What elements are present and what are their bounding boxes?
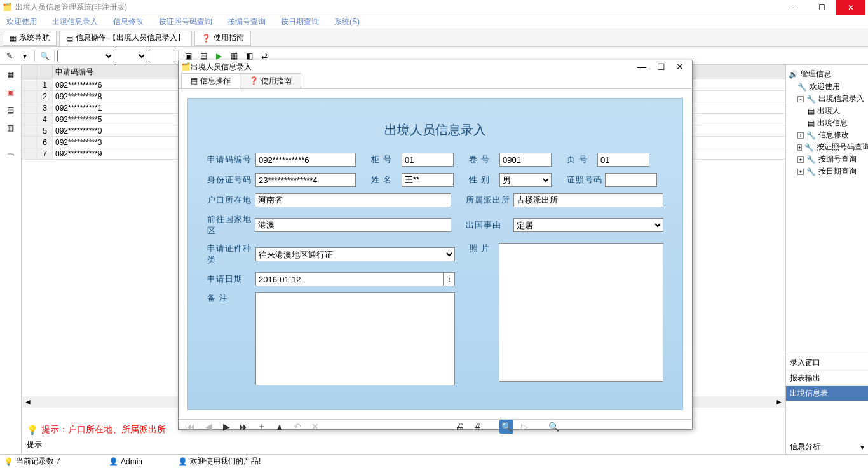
cancel-button[interactable]: ✕ (308, 420, 322, 434)
statusbar: 💡当前记录数 7 👤Admin 👤欢迎使用我们的产品! (0, 454, 868, 468)
chevron-down-icon: ▾ (860, 443, 864, 451)
select-gender[interactable]: 男 (499, 173, 552, 187)
textarea-remark[interactable] (255, 292, 455, 385)
print2-button[interactable]: 🖨 (470, 420, 484, 434)
dialog-minimize[interactable]: — (632, 60, 651, 73)
play-button[interactable]: ▷ (517, 420, 531, 434)
maximize-button[interactable]: ☐ (807, 0, 836, 15)
tab-info-label: 信息操作-【出境人员信息录入】 (76, 32, 185, 43)
tree-root[interactable]: 管理信息 (801, 69, 831, 79)
input-dest[interactable] (255, 218, 451, 232)
tree-entry-c2[interactable]: 出境信息 (817, 118, 848, 128)
input-passport[interactable] (605, 173, 657, 187)
label-gender: 性 别 (469, 174, 499, 186)
print-button[interactable]: 🖨 (452, 420, 466, 434)
bulb-icon: 💡 (27, 425, 37, 435)
left-tool-1[interactable]: ▦ (4, 67, 18, 81)
dialog-maximize[interactable]: ☐ (651, 60, 670, 73)
dtab-info[interactable]: ▤信息操作 (181, 73, 240, 88)
close-button[interactable]: ✕ (836, 0, 865, 15)
nav-first[interactable]: ⏮ (184, 420, 198, 434)
label-page: 页 号 (567, 154, 597, 165)
filter-input[interactable] (149, 50, 175, 62)
undo-button[interactable]: ↶ (290, 420, 304, 434)
tree-modify[interactable]: 信息修改 (818, 130, 849, 141)
tab-system-nav[interactable]: ▦ 系统导航 (3, 31, 57, 46)
up-button[interactable]: ▲ (273, 420, 287, 434)
collapse-icon[interactable]: - (797, 96, 804, 102)
hint-label: 提示 (27, 439, 42, 450)
tree-qdate[interactable]: 按日期查询 (818, 166, 857, 177)
left-tool-5[interactable]: ▭ (4, 148, 18, 162)
label-dest: 前往国家地区 (207, 214, 255, 237)
menu-entry[interactable]: 出境信息录入 (48, 15, 102, 29)
left-tool-3[interactable]: ▤ (4, 103, 18, 117)
nav-next[interactable]: ▶ (219, 420, 233, 434)
menu-modify[interactable]: 信息修改 (109, 15, 147, 29)
expand-icon[interactable]: + (797, 156, 804, 163)
select-reason[interactable]: 定居 (513, 218, 663, 232)
input-appcode[interactable] (255, 153, 356, 167)
select-doctype[interactable]: 往来港澳地区通行证 (255, 247, 455, 261)
tree-qcode[interactable]: 按编号查询 (818, 154, 857, 165)
status-welcome: 欢迎使用我们的产品! (190, 456, 261, 467)
menubar: 欢迎使用 出境信息录入 信息修改 按证照号码查询 按编号查询 按日期查询 系统(… (0, 15, 868, 29)
tree-entry[interactable]: 出境信息录入 (818, 93, 864, 104)
wrench-icon: 🔧 (806, 167, 816, 176)
menu-query-passport[interactable]: 按证照号码查询 (155, 15, 216, 29)
wrench-icon: 🔧 (797, 83, 807, 92)
expand-icon[interactable]: + (797, 169, 804, 175)
edit-dropdown[interactable]: ▾ (18, 49, 32, 63)
hint-text: 提示：户口所在地、所属派出所 (41, 424, 166, 436)
edit-button[interactable]: ✎ (3, 49, 17, 63)
menu-system[interactable]: 系统(S) (330, 15, 363, 29)
label-name: 姓 名 (371, 174, 402, 186)
rlist-info-table[interactable]: 出境信息表 (786, 386, 868, 401)
form-title: 出境人员信息录入 (207, 121, 663, 139)
input-cabinet[interactable] (402, 153, 454, 167)
dtab-guide[interactable]: ❓使用指南 (240, 73, 301, 88)
tree-welcome[interactable]: 欢迎使用 (810, 81, 840, 92)
status-records: 当前记录数 7 (16, 456, 60, 467)
tab-guide[interactable]: ❓ 使用指南 (194, 31, 251, 46)
input-hukou[interactable] (255, 193, 451, 207)
label-reason: 出国事由 (466, 219, 513, 231)
tree-entry-c1[interactable]: 出境人 (817, 106, 840, 116)
nav-last[interactable]: ⏭ (237, 420, 251, 434)
date-stepper[interactable]: ⁞ (444, 272, 455, 286)
menu-query-date[interactable]: 按日期查询 (277, 15, 323, 29)
label-hukou: 户口所在地 (207, 195, 255, 206)
zoom-button[interactable]: 🔍 (546, 420, 560, 434)
nav-prev[interactable]: ◀ (201, 420, 215, 434)
wrench-icon: 🔧 (806, 95, 816, 104)
menu-query-code[interactable]: 按编号查询 (224, 15, 269, 29)
photo-box[interactable] (499, 243, 663, 382)
wrench-icon: 🔧 (806, 155, 816, 164)
tree-qpass[interactable]: 按证照号码查询 (817, 142, 868, 153)
search-button[interactable]: 🔍 (499, 420, 513, 434)
minimize-button[interactable]: — (778, 0, 807, 15)
input-police[interactable] (513, 193, 663, 207)
help-icon: ❓ (249, 76, 259, 85)
dialog-close[interactable]: ✕ (670, 60, 689, 73)
input-idcard[interactable] (255, 173, 356, 187)
expand-icon[interactable]: + (797, 132, 804, 139)
add-button[interactable]: ＋ (255, 420, 269, 434)
menu-welcome[interactable]: 欢迎使用 (3, 15, 41, 29)
left-tool-4[interactable]: ▥ (4, 121, 18, 135)
rlist-report[interactable]: 报表输出 (786, 371, 868, 386)
rlist-analysis-dropdown[interactable]: 信息分析 ▾ (786, 439, 868, 454)
input-volume[interactable] (499, 153, 552, 167)
input-appdate[interactable] (255, 272, 444, 286)
label-doctype: 申请证件种类 (207, 243, 255, 266)
tab-info-op[interactable]: ▤ 信息操作-【出境人员信息录入】 (59, 31, 192, 46)
filter-select-1[interactable] (57, 50, 114, 62)
speaker-icon: 🔊 (789, 70, 798, 79)
input-name[interactable] (402, 173, 454, 187)
search-button[interactable]: 🔍 (37, 49, 51, 63)
expand-icon[interactable]: + (797, 144, 802, 151)
rlist-entry-window[interactable]: 录入窗口 (786, 355, 868, 371)
filter-select-2[interactable] (116, 50, 147, 62)
input-page[interactable] (597, 153, 649, 167)
left-tool-2[interactable]: ▣ (4, 85, 18, 99)
